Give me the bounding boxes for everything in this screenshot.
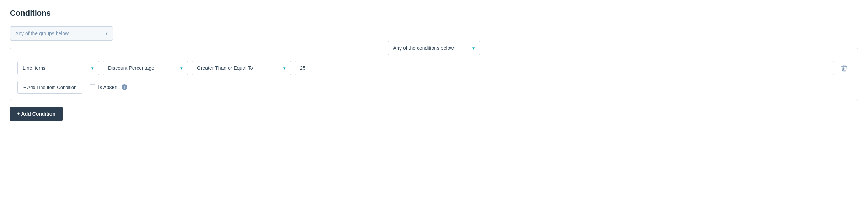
- line-items-dropdown[interactable]: Line items ▾: [17, 61, 99, 75]
- conditions-dropdown-label: Any of the conditions below: [393, 45, 454, 51]
- is-absent-area: Is Absent i: [90, 84, 127, 90]
- condition-row: Line items ▾ Discount Percentage ▾ Great…: [17, 61, 851, 75]
- conditions-dropdown-chevron-icon: ▾: [472, 46, 475, 51]
- conditions-dropdown[interactable]: Any of the conditions below ▾: [388, 41, 480, 55]
- page-title: Conditions: [10, 9, 858, 18]
- discount-chevron-icon: ▾: [180, 65, 183, 71]
- conditions-box: Any of the conditions below ▾ Line items…: [10, 48, 858, 101]
- add-line-item-button[interactable]: + Add Line Item Condition: [17, 81, 82, 94]
- line-items-label: Line items: [23, 65, 45, 71]
- discount-label: Discount Percentage: [108, 65, 154, 71]
- add-condition-button[interactable]: + Add Condition: [10, 107, 63, 121]
- operator-chevron-icon: ▾: [283, 65, 286, 71]
- delete-condition-button[interactable]: [838, 63, 851, 73]
- line-items-chevron-icon: ▾: [91, 65, 94, 71]
- is-absent-label: Is Absent: [98, 84, 119, 90]
- groups-dropdown-label: Any of the groups below: [15, 31, 69, 36]
- groups-dropdown-chevron-icon: ▾: [106, 31, 108, 36]
- trash-icon: [841, 64, 848, 72]
- groups-dropdown-row: Any of the groups below ▾: [10, 26, 858, 41]
- operator-label: Greater Than or Equal To: [197, 65, 253, 71]
- info-icon[interactable]: i: [122, 84, 127, 90]
- condition-value-input[interactable]: [295, 61, 834, 75]
- discount-dropdown[interactable]: Discount Percentage ▾: [103, 61, 188, 75]
- bottom-actions: + Add Line Item Condition Is Absent i: [17, 81, 851, 94]
- operator-dropdown[interactable]: Greater Than or Equal To ▾: [192, 61, 291, 75]
- is-absent-checkbox[interactable]: [90, 84, 95, 90]
- groups-dropdown[interactable]: Any of the groups below ▾: [10, 26, 113, 41]
- conditions-header: Any of the conditions below ▾: [386, 41, 482, 55]
